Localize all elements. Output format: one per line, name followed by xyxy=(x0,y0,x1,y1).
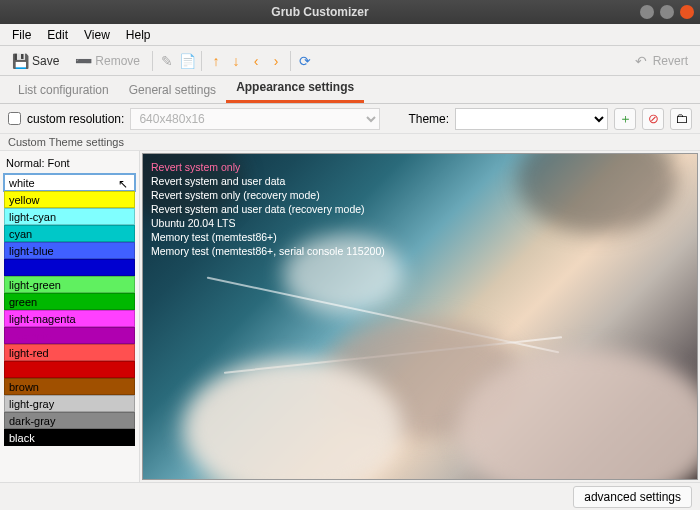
revert-icon: ↶ xyxy=(633,53,649,69)
grub-entry: Revert system and user data xyxy=(151,174,385,188)
cursor-icon: ↖ xyxy=(118,177,128,191)
up-icon[interactable]: ↑ xyxy=(208,53,224,69)
grub-entry: Revert system only (recovery mode) xyxy=(151,188,385,202)
separator xyxy=(201,51,202,71)
options-row: custom resolution: 640x480x16 Theme: ＋ ⊘… xyxy=(0,104,700,134)
remove-button[interactable]: ➖ Remove xyxy=(69,51,146,71)
edit-icon[interactable]: ✎ xyxy=(159,53,175,69)
grub-menu-text: Revert system onlyRevert system and user… xyxy=(151,160,385,258)
grub-entry: Revert system only xyxy=(151,160,385,174)
color-swatch-brown[interactable]: brown xyxy=(4,378,135,395)
grub-entry: Ubuntu 20.04 LTS xyxy=(151,216,385,230)
color-swatch-green[interactable]: green xyxy=(4,293,135,310)
color-swatch-cyan[interactable]: cyan xyxy=(4,225,135,242)
toolbar: 💾 Save ➖ Remove ✎ 📄 ↑ ↓ ‹ › ⟳ ↶ Revert xyxy=(0,46,700,76)
color-swatch-light-green[interactable]: light-green xyxy=(4,276,135,293)
menu-view[interactable]: View xyxy=(76,26,118,44)
close-button[interactable] xyxy=(680,5,694,19)
normal-font-label: Normal: Font xyxy=(4,155,135,173)
titlebar: Grub Customizer xyxy=(0,0,700,24)
new-icon[interactable]: 📄 xyxy=(179,53,195,69)
grub-entry: Memory test (memtest86+) xyxy=(151,230,385,244)
save-label: Save xyxy=(32,54,59,68)
advanced-settings-button[interactable]: advanced settings xyxy=(573,486,692,508)
separator xyxy=(152,51,153,71)
color-swatch-light-blue[interactable]: light-blue xyxy=(4,242,135,259)
add-theme-button[interactable]: ＋ xyxy=(614,108,636,130)
custom-resolution-label: custom resolution: xyxy=(27,112,124,126)
right-icon[interactable]: › xyxy=(268,53,284,69)
save-button[interactable]: 💾 Save xyxy=(6,51,65,71)
window-title: Grub Customizer xyxy=(6,5,634,19)
tabs: List configuration General settings Appe… xyxy=(0,76,700,104)
remove-theme-button[interactable]: ⊘ xyxy=(642,108,664,130)
revert-button[interactable]: ↶ Revert xyxy=(627,51,694,71)
save-icon: 💾 xyxy=(12,53,28,69)
color-swatch-red[interactable]: red xyxy=(4,361,135,378)
menubar: File Edit View Help xyxy=(0,24,700,46)
theme-label: Theme: xyxy=(408,112,449,126)
color-swatch-light-cyan[interactable]: light-cyan xyxy=(4,208,135,225)
main-area: Normal: Font white↖yellowlight-cyancyanl… xyxy=(0,151,700,482)
theme-combobox[interactable] xyxy=(455,108,608,130)
color-list: Normal: Font white↖yellowlight-cyancyanl… xyxy=(0,151,140,482)
resolution-combobox[interactable]: 640x480x16 xyxy=(130,108,380,130)
grub-entry: Memory test (memtest86+, serial console … xyxy=(151,244,385,258)
menu-file[interactable]: File xyxy=(4,26,39,44)
color-swatch-white[interactable]: white↖ xyxy=(4,174,135,191)
down-icon[interactable]: ↓ xyxy=(228,53,244,69)
maximize-button[interactable] xyxy=(660,5,674,19)
separator xyxy=(290,51,291,71)
theme-folder-button[interactable]: 🗀 xyxy=(670,108,692,130)
menu-help[interactable]: Help xyxy=(118,26,159,44)
revert-label: Revert xyxy=(653,54,688,68)
color-swatch-magenta[interactable]: magenta xyxy=(4,327,135,344)
color-swatch-light-red[interactable]: light-red xyxy=(4,344,135,361)
remove-icon: ➖ xyxy=(75,53,91,69)
custom-theme-settings-label: Custom Theme settings xyxy=(0,134,700,151)
left-icon[interactable]: ‹ xyxy=(248,53,264,69)
grub-preview: Revert system onlyRevert system and user… xyxy=(142,153,698,480)
menu-edit[interactable]: Edit xyxy=(39,26,76,44)
color-swatch-light-magenta[interactable]: light-magenta xyxy=(4,310,135,327)
grub-entry: Revert system and user data (recovery mo… xyxy=(151,202,385,216)
remove-label: Remove xyxy=(95,54,140,68)
tab-list-configuration[interactable]: List configuration xyxy=(8,77,119,103)
footer: advanced settings xyxy=(0,482,700,510)
color-swatch-yellow[interactable]: yellow xyxy=(4,191,135,208)
color-swatch-dark-gray[interactable]: dark-gray xyxy=(4,412,135,429)
minimize-button[interactable] xyxy=(640,5,654,19)
color-swatch-black[interactable]: black xyxy=(4,429,135,446)
color-swatch-blue[interactable]: blue xyxy=(4,259,135,276)
tab-general-settings[interactable]: General settings xyxy=(119,77,226,103)
refresh-icon[interactable]: ⟳ xyxy=(297,53,313,69)
color-swatch-light-gray[interactable]: light-gray xyxy=(4,395,135,412)
tab-appearance-settings[interactable]: Appearance settings xyxy=(226,74,364,103)
custom-resolution-checkbox[interactable] xyxy=(8,112,21,125)
